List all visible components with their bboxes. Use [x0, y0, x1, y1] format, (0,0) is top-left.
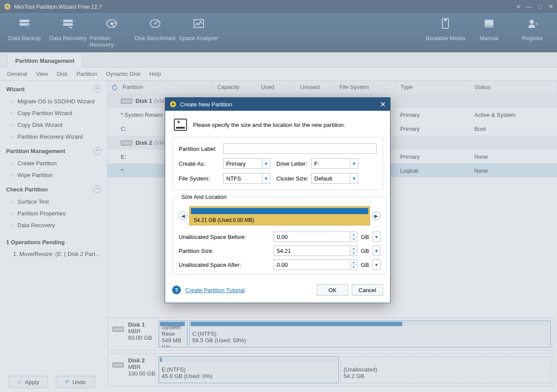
- help-icon[interactable]: ?: [172, 286, 181, 294]
- dialog-titlebar: Create New Partition ✕: [165, 98, 390, 111]
- create-partition-dialog: Create New Partition ✕ Please specify th…: [165, 97, 391, 303]
- unit-dropdown[interactable]: ▼: [373, 245, 380, 256]
- create-as-select[interactable]: Primary▼: [223, 158, 270, 169]
- slider-left-button[interactable]: ◀: [179, 211, 187, 220]
- unit-label: GB: [361, 262, 369, 268]
- cluster-size-label: Cluster Size:: [276, 175, 311, 182]
- spin-up-icon[interactable]: ▲: [350, 232, 357, 237]
- space-after-label: Unallocated Space After:: [179, 262, 274, 268]
- tutorial-link[interactable]: Create Partition Tutorial: [185, 287, 245, 293]
- partition-label-label: Partition Label:: [179, 146, 223, 152]
- spin-down-icon[interactable]: ▼: [350, 265, 357, 270]
- partition-label-input[interactable]: [223, 143, 377, 154]
- chevron-down-icon: ▼: [262, 174, 270, 183]
- unit-dropdown[interactable]: ▼: [373, 259, 380, 270]
- drive-letter-select[interactable]: F:▼: [311, 158, 358, 169]
- create-partition-icon: [174, 119, 187, 131]
- spin-down-icon[interactable]: ▼: [350, 251, 357, 256]
- cancel-button[interactable]: Cancel: [352, 284, 383, 296]
- dialog-title: Create New Partition: [180, 101, 232, 108]
- dialog-icon: [170, 101, 177, 108]
- unit-label: GB: [361, 234, 369, 240]
- partition-size-input[interactable]: 54.21▲▼: [274, 245, 357, 256]
- create-as-label: Create As:: [179, 160, 223, 167]
- spin-up-icon[interactable]: ▲: [350, 246, 357, 251]
- unit-dropdown[interactable]: ▼: [373, 232, 380, 242]
- cluster-size-select[interactable]: Default▼: [311, 173, 358, 184]
- drive-letter-label: Drive Letter:: [276, 160, 311, 167]
- file-system-label: File System:: [179, 175, 223, 182]
- spin-down-icon[interactable]: ▼: [350, 237, 357, 242]
- chevron-down-icon: ▼: [350, 174, 358, 183]
- slider-right-button[interactable]: ▶: [372, 211, 380, 220]
- size-location-legend: Size And Location: [179, 194, 229, 200]
- ok-button[interactable]: OK: [317, 284, 348, 296]
- space-before-label: Unallocated Space Before:: [179, 234, 274, 240]
- dialog-description: Please specify the size and the location…: [193, 122, 345, 128]
- space-after-input[interactable]: 0.00▲▼: [274, 259, 357, 270]
- slider-label: 54.21 GB (Used:0.00 MB): [194, 217, 254, 223]
- unit-label: GB: [361, 248, 369, 254]
- chevron-down-icon: ▼: [262, 159, 270, 168]
- chevron-down-icon: ▼: [350, 159, 358, 168]
- dialog-close-icon[interactable]: ✕: [380, 100, 386, 109]
- space-before-input[interactable]: 0.00▲▼: [274, 232, 357, 242]
- file-system-select[interactable]: NTFS▼: [223, 173, 270, 184]
- partition-size-label: Partition Size:: [179, 248, 274, 254]
- spin-up-icon[interactable]: ▲: [350, 260, 357, 265]
- partition-slider[interactable]: 54.21 GB (Used:0.00 MB): [189, 206, 370, 225]
